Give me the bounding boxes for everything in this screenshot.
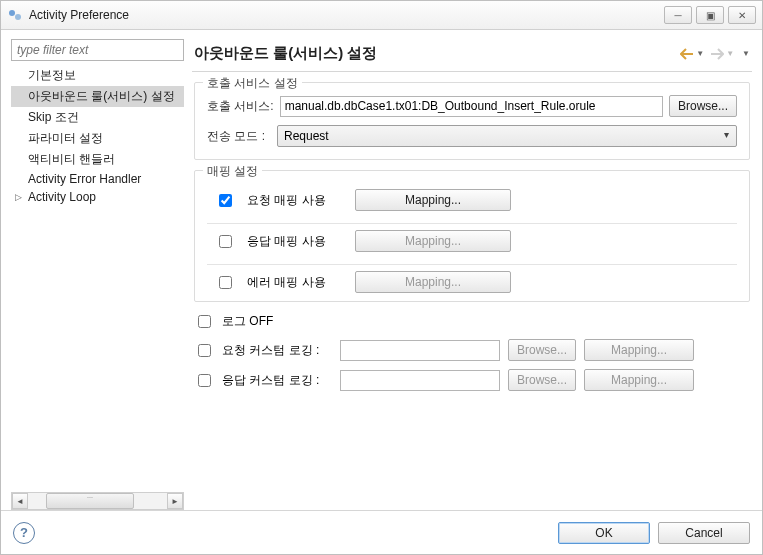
log-off-checkbox[interactable]	[198, 315, 211, 328]
scroll-track[interactable]: ···	[28, 493, 167, 509]
call-service-legend: 호출 서비스 설정	[203, 75, 302, 92]
sidebar-scrollbar[interactable]: ◄ ··· ►	[11, 492, 184, 510]
response-logging-label: 응답 커스텀 로깅 :	[222, 372, 332, 389]
call-service-browse-button[interactable]: Browse...	[669, 95, 737, 117]
maximize-button[interactable]: ▣	[696, 6, 724, 24]
error-mapping-button: Mapping...	[355, 271, 511, 293]
svg-point-0	[9, 10, 15, 16]
window-title: Activity Preference	[29, 8, 664, 22]
forward-icon	[710, 48, 724, 60]
log-off-row: 로그 OFF	[194, 312, 750, 331]
sidebar: 기본정보 아웃바운드 룰(서비스) 설정 Skip 조건 파라미터 설정 액티비…	[11, 39, 184, 510]
response-logging-mapping-button: Mapping...	[584, 369, 694, 391]
back-menu-icon[interactable]: ▼	[696, 49, 704, 58]
response-logging-input[interactable]	[340, 370, 500, 391]
mapping-request-row: 요청 매핑 사용 Mapping...	[207, 183, 737, 224]
response-mapping-button: Mapping...	[355, 230, 511, 252]
request-logging-checkbox[interactable]	[198, 344, 211, 357]
dialog-window: Activity Preference ─ ▣ ✕ 기본정보 아웃바운드 룰(서…	[0, 0, 763, 555]
response-mapping-label: 응답 매핑 사용	[247, 233, 343, 250]
call-service-group: 호출 서비스 설정 호출 서비스: Browse... 전송 모드 : Requ…	[194, 82, 750, 160]
response-logging-row: 응답 커스텀 로깅 : Browse... Mapping...	[194, 369, 750, 391]
request-logging-row: 요청 커스텀 로깅 : Browse... Mapping...	[194, 339, 750, 361]
transfer-mode-label: 전송 모드 :	[207, 128, 271, 145]
request-logging-input[interactable]	[340, 340, 500, 361]
call-service-input[interactable]	[280, 96, 663, 117]
nav-tree: 기본정보 아웃바운드 룰(서비스) 설정 Skip 조건 파라미터 설정 액티비…	[11, 65, 184, 492]
logging-section: 로그 OFF 요청 커스텀 로깅 : Browse... Mapping... …	[192, 302, 752, 399]
back-icon[interactable]	[680, 48, 694, 60]
error-mapping-label: 에러 매핑 사용	[247, 274, 343, 291]
request-logging-mapping-button: Mapping...	[584, 339, 694, 361]
tree-item-outbound-rule[interactable]: 아웃바운드 룰(서비스) 설정	[11, 86, 184, 107]
page-title: 아웃바운드 룰(서비스) 설정	[194, 44, 680, 63]
mapping-response-row: 응답 매핑 사용 Mapping...	[207, 224, 737, 265]
page-header: 아웃바운드 룰(서비스) 설정 ▼ ▼ ▼	[192, 39, 752, 72]
close-button[interactable]: ✕	[728, 6, 756, 24]
log-off-label: 로그 OFF	[222, 313, 332, 330]
request-logging-label: 요청 커스텀 로깅 :	[222, 342, 332, 359]
main-split: 기본정보 아웃바운드 룰(서비스) 설정 Skip 조건 파라미터 설정 액티비…	[1, 30, 762, 510]
dialog-footer: ? OK Cancel	[1, 510, 762, 554]
call-service-label: 호출 서비스:	[207, 98, 274, 115]
svg-point-1	[15, 14, 21, 20]
content-pane: 아웃바운드 룰(서비스) 설정 ▼ ▼ ▼ 호출 서비스 설정 호출 서비스:	[192, 39, 752, 510]
transfer-mode-value: Request	[284, 129, 329, 143]
ok-button[interactable]: OK	[558, 522, 650, 544]
request-mapping-label: 요청 매핑 사용	[247, 192, 343, 209]
scroll-left-arrow[interactable]: ◄	[12, 493, 28, 509]
title-bar: Activity Preference ─ ▣ ✕	[1, 1, 762, 30]
header-nav-arrows: ▼ ▼ ▼	[680, 48, 750, 60]
window-controls: ─ ▣ ✕	[664, 6, 756, 24]
call-service-row: 호출 서비스: Browse...	[207, 95, 737, 117]
app-icon	[7, 7, 23, 23]
tree-item-parameter[interactable]: 파라미터 설정	[11, 128, 184, 149]
error-mapping-checkbox[interactable]	[219, 276, 232, 289]
dropdown-icon[interactable]: ▼	[742, 49, 750, 58]
footer-buttons: OK Cancel	[558, 522, 750, 544]
transfer-mode-row: 전송 모드 : Request	[207, 125, 737, 147]
request-mapping-button[interactable]: Mapping...	[355, 189, 511, 211]
mapping-legend: 매핑 설정	[203, 163, 262, 180]
response-logging-checkbox[interactable]	[198, 374, 211, 387]
tree-item-error-handler[interactable]: Activity Error Handler	[11, 170, 184, 188]
request-logging-browse-button: Browse...	[508, 339, 576, 361]
mapping-group: 매핑 설정 요청 매핑 사용 Mapping... 응답 매핑 사용 Mappi…	[194, 170, 750, 302]
scroll-thumb[interactable]: ···	[46, 493, 134, 509]
tree-item-basic[interactable]: 기본정보	[11, 65, 184, 86]
response-logging-browse-button: Browse...	[508, 369, 576, 391]
tree-item-activity-handler[interactable]: 액티비티 핸들러	[11, 149, 184, 170]
cancel-button[interactable]: Cancel	[658, 522, 750, 544]
forward-menu-icon: ▼	[726, 49, 734, 58]
dialog-body: 기본정보 아웃바운드 룰(서비스) 설정 Skip 조건 파라미터 설정 액티비…	[1, 30, 762, 554]
transfer-mode-select[interactable]: Request	[277, 125, 737, 147]
minimize-button[interactable]: ─	[664, 6, 692, 24]
tree-item-skip[interactable]: Skip 조건	[11, 107, 184, 128]
mapping-error-row: 에러 매핑 사용 Mapping...	[207, 265, 737, 295]
tree-item-activity-loop[interactable]: Activity Loop	[11, 188, 184, 206]
response-mapping-checkbox[interactable]	[219, 235, 232, 248]
scroll-right-arrow[interactable]: ►	[167, 493, 183, 509]
help-icon[interactable]: ?	[13, 522, 35, 544]
request-mapping-checkbox[interactable]	[219, 194, 232, 207]
filter-input[interactable]	[11, 39, 184, 61]
